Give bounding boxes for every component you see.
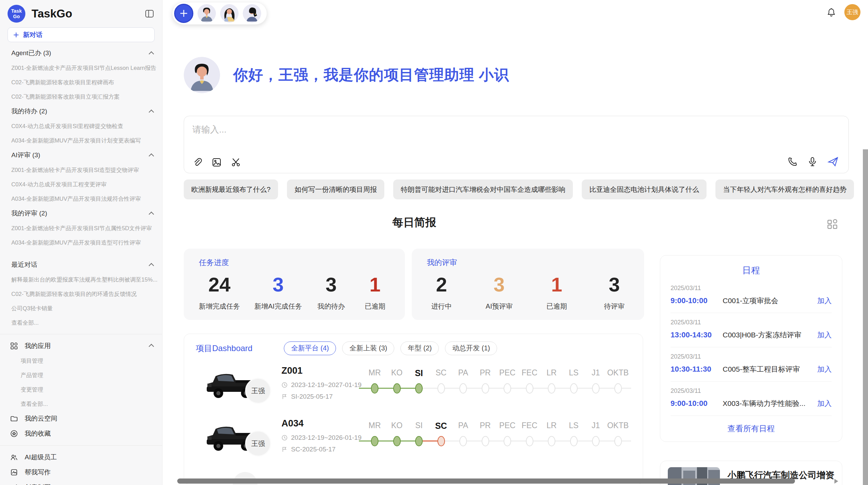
sidebar-item-help-write[interactable]: 帮我写作 [0,465,162,480]
milestone-node [504,436,511,446]
milestone-node [415,383,423,394]
app-item[interactable]: 变更管理 [0,382,162,397]
milestone-track: MRKOSISCPAPRPECFECLRLSJ1OKTB [375,421,635,459]
sidebar-item-favorites[interactable]: 我的收藏 [0,426,162,441]
greeting-block: 你好，王强，我是你的项目管理助理 小识 [184,57,509,93]
recent-chat-item[interactable]: C02-飞腾新能源轻客改款项目的闭环通告反馈情况 [0,287,162,301]
tab-new-platform[interactable]: 全新平台 (4) [284,341,336,355]
project-row[interactable]: 王强 Z001 2023-12-19~2027-01-19 SI-2025-05… [184,359,643,411]
project-dates: 2023-12-19~2026-01-19 [281,434,361,442]
app-item[interactable]: 产品管理 [0,368,162,382]
join-button[interactable]: 加入 [817,330,832,340]
milestone-node [482,436,489,446]
new-chat-button[interactable]: 新对话 [8,27,155,42]
message-composer[interactable]: 请输入... [184,116,849,173]
daily-briefing-title: 每日简报 [184,215,645,230]
sidebar-item[interactable]: Z001-全新燃油轻卡产品开发项目SI节点属性5D文件评审 [0,221,162,235]
scroll-right-arrow[interactable] [834,479,838,484]
milestone-node [570,383,578,394]
suggestion-chip[interactable]: 当下年轻人对汽车外观有怎样的喜好趋势 [715,179,854,199]
recent-chat-item[interactable]: 解释最新出台的欧盟报废车法规再生塑料比例被调至15%... [0,272,162,287]
sidebar-item[interactable]: Z001-全新燃油轻卡产品开发项目SI造型提交物评审 [0,163,162,177]
main-area: 王强 你好，王强，我是你的项目管理助理 小识 请输入... [162,0,868,485]
schedule-card: 日程 2025/03/11 9:00-10:00 C001-立项审批会 加入 2… [660,255,842,442]
stat-new-ai-done: 3 新增AI完成任务 [254,273,302,311]
sidebar-item[interactable]: A034-全新新能源MUV产品开发项目造型可行性评审 [0,235,162,250]
horizontal-scrollbar[interactable] [177,478,795,484]
suggestion-chip[interactable]: 特朗普可能对进口汽车增税会对中国车企造成哪些影响 [393,179,573,199]
stat-ai-prereview: 3 AI预评审 [484,273,514,311]
add-agent-button[interactable] [174,4,193,23]
suggestion-chip[interactable]: 欧洲新规最近颁布了什么? [184,179,278,199]
milestone-label: PA [458,368,468,377]
sidebar-collapse-icon[interactable] [144,8,155,20]
schedule-date: 2025/03/11 [671,319,832,326]
agent-avatar-2[interactable] [220,4,239,23]
milestone-label: LR [546,421,556,430]
divider [671,313,832,313]
milestone-label: LS [569,368,578,377]
stat-label: 新增完成任务 [199,302,240,311]
section-my-todo[interactable]: 我的待办 (2) [0,104,162,119]
project-owner-badge: 王强 [245,431,271,457]
join-button[interactable]: 加入 [817,296,832,306]
attachment-icon[interactable] [192,157,203,167]
milestone-label: LR [546,368,556,377]
stat-label: 新增AI完成任务 [254,302,302,311]
sidebar-item[interactable]: Z001-全新燃油皮卡产品开发项目SI节点Lesson Learn报告 [0,61,162,75]
recent-chats-view-all[interactable]: 查看全部... [0,315,162,330]
users-icon [10,453,18,461]
schedule-time: 9:00-10:00 [671,296,723,305]
section-agent-done[interactable]: Agent已办 (3) [0,46,162,61]
sidebar-item-cloud-space[interactable]: 我的云空间 [0,411,162,426]
notification-bell-icon[interactable] [827,8,836,17]
apps-view-all[interactable]: 查看全部... [0,397,162,411]
milestone-node [548,436,555,446]
sidebar-item[interactable]: C02-飞腾新能源轻客改款项目里程碑画布 [0,75,162,89]
schedule-item: 2025/03/11 13:00-14:30 C003|H0B-方案冻结评审 加… [671,319,832,347]
tab-new-body[interactable]: 全新上装 (3) [342,341,394,355]
sidebar-item-my-apps[interactable]: 我的应用 [0,338,162,353]
view-all-schedule-link[interactable]: 查看所有日程 [671,423,832,434]
recent-chat-item[interactable]: 公司Q3轻卡销量 [0,301,162,315]
project-flag: SI-2025-05-17 [281,393,333,400]
layout-grid-icon[interactable] [826,218,839,230]
favorites-label: 我的收藏 [25,429,51,438]
flag-icon [281,394,288,400]
app-item[interactable]: 项目管理 [0,353,162,368]
vertical-scrollbar[interactable] [863,149,868,485]
suggestion-chip[interactable]: 比亚迪全固态电池计划具体说了什么 [582,179,707,199]
section-my-review[interactable]: 我的评审 (2) [0,206,162,221]
sidebar-item-creative-draw[interactable]: 创意制图 [0,480,162,485]
suggestion-chip[interactable]: 如何写一份清晰的项目周报 [287,179,384,199]
milestone-node [526,383,533,394]
tab-powertrain[interactable]: 动总开发 (1) [445,341,497,355]
schedule-date: 2025/03/11 [671,353,832,360]
section-recent-chats[interactable]: 最近对话 [0,257,162,272]
user-avatar[interactable]: 王强 [844,4,860,20]
sidebar-item-ai-super-staff[interactable]: AI超级员工 [0,450,162,465]
image-icon[interactable] [212,157,222,167]
join-button[interactable]: 加入 [817,364,832,374]
agent-avatar-1[interactable] [197,4,216,23]
sidebar-item[interactable]: A034-全新新能源MUV产品开发项目计划变更表编写 [0,133,162,148]
sidebar-item[interactable]: C02-飞腾新能源轻客改款项目立项汇报方案 [0,89,162,104]
app-title: TaskGo [32,7,144,20]
sidebar-item[interactable]: A034-全新新能源MUV产品开发项目法规符合性评审 [0,191,162,206]
sidebar-item[interactable]: C0X4-动力总成开发项目工程变更评审 [0,177,162,191]
schedule-event: X003-车辆动力学性能验... [723,399,817,408]
phone-icon[interactable] [787,157,798,167]
stat-pending-review: 3 待评审 [600,273,629,311]
stat-value: 3 [484,273,514,296]
microphone-icon[interactable] [807,157,818,167]
send-icon[interactable] [827,156,839,167]
scissors-icon[interactable] [231,157,241,167]
milestone-node [437,383,445,394]
quick-agent-bar [172,2,267,25]
join-button[interactable]: 加入 [817,399,832,408]
project-row[interactable]: 王强 A034 2023-12-19~2026-01-19 SC-2025-05… [184,412,643,463]
sidebar-item[interactable]: C0X4-动力总成开发项目SI里程碑提交物检查 [0,119,162,133]
agent-avatar-3[interactable] [243,4,261,23]
section-ai-review[interactable]: AI评审 (3) [0,148,162,163]
tab-model-year[interactable]: 年型 (2) [400,341,439,355]
